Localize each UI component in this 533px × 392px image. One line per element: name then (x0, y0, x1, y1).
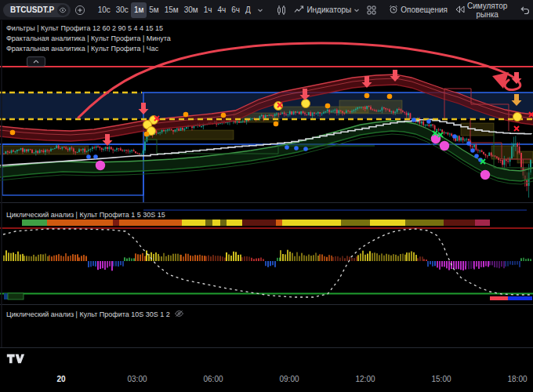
timeframe-1м[interactable]: 1м (131, 2, 146, 18)
time-axis[interactable]: 2003:0006:0009:0012:0015:0018:00 (0, 372, 533, 387)
ribbon-layer (0, 74, 533, 184)
timeframe-15м[interactable]: 15м (161, 2, 181, 18)
timeframe-Д[interactable]: Д (243, 2, 254, 18)
simulator-label: Симулятор рынка (467, 2, 507, 19)
undo-button[interactable] (517, 2, 533, 18)
cyclic2-pane-label-text: Циклический анализ | Культ Профита 10S 3… (6, 310, 170, 318)
timeframe-10с[interactable]: 10с (95, 2, 113, 18)
tradingview-logo[interactable] (6, 353, 25, 368)
symbol-eye-icon[interactable] (57, 5, 68, 16)
cyclic-pane-label[interactable]: Циклический анализ | Культ Профита 1 5 3… (6, 211, 165, 219)
legend-row-2[interactable]: Фрактальная аналитика | Культ Профита | … (6, 34, 171, 44)
timeframe-menu-chevron-icon[interactable] (254, 2, 266, 18)
chart-type-candles-icon[interactable] (273, 2, 290, 18)
timeframe-1ч[interactable]: 1ч (201, 2, 215, 18)
timeframe-group: 10с30с1м5м15м30м1ч4ч6чД (95, 2, 253, 18)
indicators-label: Индикаторы (306, 5, 351, 14)
time-label: 20 (56, 375, 65, 383)
alarm-clock-icon (389, 5, 398, 16)
rewind-icon (455, 5, 465, 15)
symbol-button[interactable]: BTCUSDT.P (3, 3, 71, 17)
time-label: 18:00 (507, 375, 527, 383)
cyclic2-pane-label[interactable]: Циклический анализ | Культ Профита 10S 3… (6, 310, 184, 319)
top-toolbar: BTCUSDT.P 10с30с1м5м15м30м1ч4ч6чД Индика… (0, 0, 533, 20)
indicator-legend: Фильтры | Культ Профита 12 60 2 90 5 4 4… (6, 24, 171, 54)
timeframe-30с[interactable]: 30с (113, 2, 131, 18)
timeframe-6ч[interactable]: 6ч (229, 2, 243, 18)
alerts-label: Оповещения (401, 5, 448, 14)
legend-collapse-button[interactable] (27, 56, 45, 67)
add-symbol-button[interactable] (71, 2, 89, 18)
timeframe-4ч[interactable]: 4ч (215, 2, 229, 18)
time-label: 15:00 (431, 375, 451, 383)
layout-grid-icon[interactable] (364, 2, 379, 18)
legend-row-1[interactable]: Фильтры | Культ Профита 12 60 2 90 5 4 4… (6, 24, 171, 34)
time-label: 06:00 (203, 375, 223, 383)
chevron-up-icon (33, 60, 39, 64)
time-label: 12:00 (355, 375, 375, 383)
chart-canvas[interactable] (0, 0, 533, 392)
alerts-button[interactable]: Оповещения (386, 2, 451, 18)
cyclic-pane-label-text: Циклический анализ | Культ Профита 1 5 3… (6, 211, 165, 219)
timeframe-5м[interactable]: 5м (147, 2, 161, 18)
indicators-button[interactable]: Индикаторы (291, 2, 363, 18)
eye-off-icon[interactable] (174, 310, 184, 319)
pane-borders-layer (0, 20, 533, 348)
simulator-button[interactable]: Симулятор рынка (451, 2, 510, 18)
indicators-icon (294, 5, 304, 16)
timeframe-30м[interactable]: 30м (181, 2, 201, 18)
chevron-down-icon (354, 7, 360, 13)
time-label: 09:00 (279, 375, 299, 383)
legend-row-3[interactable]: Фрактальная аналитика | Культ Профита | … (6, 44, 171, 54)
time-label: 03:00 (127, 375, 147, 383)
symbol-label: BTCUSDT.P (10, 5, 54, 14)
cyclic-pane-layer (0, 220, 533, 300)
